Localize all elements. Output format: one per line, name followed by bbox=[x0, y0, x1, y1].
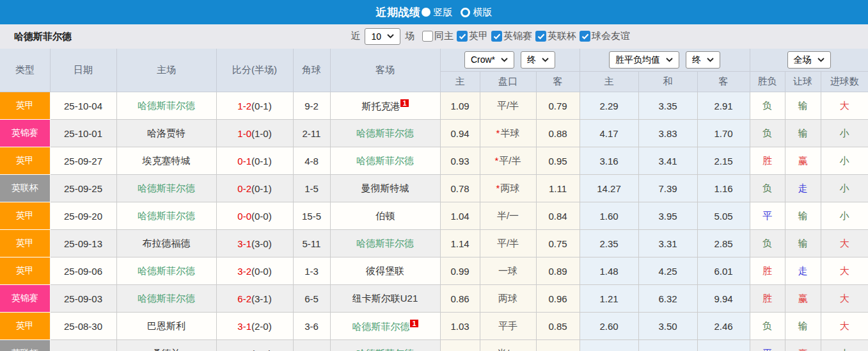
avg-provider-value: 胜平负均值 bbox=[615, 54, 660, 66]
col-header-odds-away: 客 bbox=[536, 72, 580, 92]
avg-stage-select[interactable]: 终 bbox=[686, 51, 720, 69]
checkbox-checked-icon[interactable] bbox=[580, 31, 590, 42]
team-link[interactable]: 巴恩斯利 bbox=[147, 320, 185, 331]
team-link[interactable]: 哈德斯菲尔德 bbox=[138, 265, 195, 276]
team-link[interactable]: 哈德斯菲尔德 bbox=[138, 210, 195, 221]
league-type-badge[interactable]: 英甲 bbox=[0, 313, 50, 340]
scope-value: 全场 bbox=[794, 54, 812, 66]
col-header-result-handicap: 让球 bbox=[785, 72, 821, 92]
team-link[interactable]: 布拉德福德 bbox=[143, 238, 191, 249]
away-team-cell: 哈德斯菲尔德1 bbox=[330, 313, 440, 340]
corner-cell: 6-5 bbox=[293, 285, 330, 313]
league-type-badge[interactable]: 英甲 bbox=[0, 202, 50, 230]
handicap-text: 半球 bbox=[500, 127, 519, 138]
league-type-badge[interactable]: 英联杯 bbox=[0, 340, 50, 351]
avg-home-cell: 1.60 bbox=[580, 202, 638, 230]
checkbox-unchecked-icon[interactable] bbox=[422, 31, 433, 42]
avg-provider-select[interactable]: 胜平负均值 bbox=[609, 51, 679, 69]
score-cell: 1-0(1-0) bbox=[216, 120, 293, 147]
team-link[interactable]: 哈德斯菲尔德 bbox=[138, 183, 195, 193]
result-outcome-cell: 胜 bbox=[750, 147, 785, 175]
team-link[interactable]: 彼得堡联 bbox=[366, 265, 404, 276]
league-type-badge[interactable]: 英甲 bbox=[0, 147, 50, 175]
filter-checkbox-option[interactable]: 英锦赛 bbox=[491, 30, 532, 42]
early-change-asterisk: * bbox=[496, 183, 500, 193]
match-row: 英甲25-09-06哈德斯菲尔德3-2(0-0)1-3彼得堡联0.99一球0.8… bbox=[0, 257, 868, 285]
filter-checkbox-option[interactable]: 英联杯 bbox=[535, 30, 576, 42]
odds-stage-select[interactable]: 终 bbox=[521, 51, 555, 69]
score-cell: 3-2(0-0) bbox=[216, 257, 293, 285]
team-link[interactable]: 哈德斯菲尔德 bbox=[356, 127, 414, 138]
filter-checkbox-option[interactable]: 同主 bbox=[422, 30, 454, 42]
col-header-avg-home: 主 bbox=[580, 72, 638, 92]
panel-title: 近期战绩 bbox=[376, 5, 421, 20]
corner-cell: 11-2 bbox=[293, 340, 330, 351]
scope-select[interactable]: 全场 bbox=[787, 51, 831, 69]
match-date: 25-09-13 bbox=[50, 230, 116, 257]
team-link[interactable]: 哈德斯菲尔德 bbox=[138, 100, 195, 111]
match-row: 英甲25-09-20哈德斯菲尔德0-0(0-0)15-5伯顿1.04半/一0.8… bbox=[0, 202, 868, 230]
layout-radio-option[interactable]: 竖版 bbox=[422, 6, 453, 19]
team-link[interactable]: 哈洛贾特 bbox=[147, 127, 185, 138]
chevron-down-icon bbox=[817, 58, 825, 62]
result-handicap-cell: 输 bbox=[785, 313, 821, 340]
odds-selector-cell: Crow* 终 bbox=[440, 49, 580, 72]
away-team-cell: 哈德斯菲尔德 bbox=[330, 230, 440, 257]
league-type-badge[interactable]: 英甲 bbox=[0, 230, 50, 257]
result-handicap-cell: 走 bbox=[785, 175, 821, 202]
league-type-badge[interactable]: 英甲 bbox=[0, 92, 50, 120]
league-type-badge[interactable]: 英锦赛 bbox=[0, 120, 50, 147]
home-team-cell: 哈德斯菲尔德 bbox=[116, 285, 216, 313]
league-type-badge[interactable]: 英联杯 bbox=[0, 175, 50, 202]
fulltime-score: 6-2 bbox=[237, 293, 251, 304]
score-cell: 0-0(0-0) bbox=[216, 202, 293, 230]
match-row: 英联杯25-09-25哈德斯菲尔德0-2(0-1)1-5曼彻斯特城0.78*两球… bbox=[0, 175, 868, 202]
handicap-cell: 半/一 bbox=[480, 202, 536, 230]
avg-home-cell: 3.16 bbox=[580, 147, 638, 175]
score-cell: 1-2(0-1) bbox=[216, 92, 293, 120]
team-link[interactable]: 斯托克港 bbox=[361, 101, 400, 111]
odds-provider-select[interactable]: Crow* bbox=[464, 51, 514, 69]
league-type-badge[interactable]: 英甲 bbox=[0, 257, 50, 285]
home-team-cell: 哈洛贾特 bbox=[116, 120, 216, 147]
away-team-cell: 伯顿 bbox=[330, 202, 440, 230]
score-cell: 6-2(3-1) bbox=[216, 285, 293, 313]
home-team-cell: 巴恩斯利 bbox=[116, 313, 216, 340]
team-link[interactable]: 曼彻斯特城 bbox=[361, 183, 409, 193]
odds-home-cell: 1.04 bbox=[440, 202, 480, 230]
red-card-badge: 1 bbox=[400, 99, 408, 107]
topbar: 近期战绩 竖版横版 bbox=[0, 0, 868, 24]
team-link[interactable]: 纽卡斯尔联U21 bbox=[352, 293, 418, 304]
league-type-badge[interactable]: 英锦赛 bbox=[0, 285, 50, 313]
filter-checkbox-option[interactable]: 英甲 bbox=[457, 30, 488, 42]
halftime-score: (1-0) bbox=[251, 128, 272, 139]
halftime-score: (0-1) bbox=[251, 183, 272, 194]
team-link[interactable]: 哈德斯菲尔德 bbox=[356, 348, 414, 351]
team-link[interactable]: 哈德斯菲尔德 bbox=[138, 293, 195, 304]
team-link[interactable]: 伯顿 bbox=[375, 210, 395, 221]
fulltime-score: 1-0 bbox=[237, 128, 251, 139]
radio-selected-icon[interactable] bbox=[422, 8, 430, 17]
handicap-text: 两球 bbox=[498, 293, 517, 304]
checkbox-checked-icon[interactable] bbox=[535, 31, 546, 42]
avg-away-cell: 1.16 bbox=[697, 175, 750, 202]
avg-home-cell: 1.48 bbox=[580, 257, 638, 285]
result-outcome-cell: 负 bbox=[750, 313, 785, 340]
near-count-select[interactable]: 10 bbox=[365, 28, 400, 45]
team-link[interactable]: 桑德兰 bbox=[152, 348, 181, 351]
team-link[interactable]: 埃克塞特城 bbox=[143, 155, 191, 166]
result-outcome-cell: 负 bbox=[750, 92, 785, 120]
result-goals-cell: 大 bbox=[821, 92, 868, 120]
checkbox-checked-icon[interactable] bbox=[457, 31, 468, 42]
filterbar: 哈德斯菲尔德 近 10 场 同主英甲英锦赛英联杯球会友谊 bbox=[0, 24, 868, 49]
team-link[interactable]: 哈德斯菲尔德 bbox=[356, 238, 414, 249]
filter-checkbox-option[interactable]: 球会友谊 bbox=[580, 30, 630, 42]
team-link[interactable]: 哈德斯菲尔德 bbox=[356, 155, 414, 166]
layout-radio-option[interactable]: 横版 bbox=[461, 6, 493, 19]
radio-unselected-icon[interactable] bbox=[461, 8, 470, 17]
avg-home-cell: 2.29 bbox=[580, 92, 638, 120]
team-link[interactable]: 哈德斯菲尔德 bbox=[352, 321, 409, 332]
checkbox-checked-icon[interactable] bbox=[491, 31, 502, 42]
match-row: 英联杯25-08-27桑德兰1-1(0-1)11-2哈德斯菲尔德0.83半/一0… bbox=[0, 340, 868, 351]
col-header-away: 客场 bbox=[330, 49, 440, 92]
